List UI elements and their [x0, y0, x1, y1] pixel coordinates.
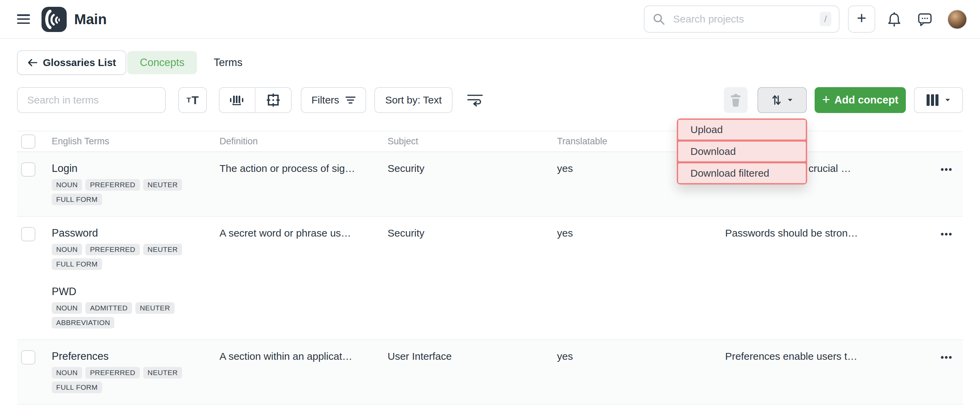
row-checkbox-cell — [17, 349, 52, 365]
badge-line: ABBREVIATION — [52, 314, 220, 328]
table-row: PreferencesNOUNPREFERREDNEUTERFULL FORMA… — [17, 340, 963, 405]
term-block: PreferencesNOUNPREFERREDNEUTERFULL FORM — [52, 349, 220, 393]
term-badge: NOUN — [52, 244, 82, 255]
badge-line: FULL FORM — [52, 379, 220, 393]
page-title: Main — [74, 0, 107, 39]
header-definition: Definition — [220, 136, 388, 147]
row-checkbox-cell — [17, 161, 52, 177]
tab-concepts[interactable]: Concepts — [127, 51, 197, 74]
row-checkbox[interactable] — [21, 163, 35, 177]
plus-icon: + — [822, 92, 830, 108]
actions-cell: ••• — [940, 226, 963, 242]
badge-line: FULL FORM — [52, 255, 220, 270]
note-cell: Passwords should be stron… — [725, 226, 926, 241]
project-search: / — [644, 5, 840, 33]
term-badge: PREFERRED — [86, 244, 140, 255]
add-concept-button[interactable]: + Add concept — [815, 87, 906, 113]
search-mode-group — [219, 87, 292, 113]
crowdin-logo[interactable] — [41, 7, 67, 32]
term-badge: FULL FORM — [52, 194, 102, 205]
term-name[interactable]: Preferences — [52, 349, 220, 364]
columns-settings-button[interactable] — [914, 87, 963, 113]
terms-cell: PreferencesNOUNPREFERREDNEUTERFULL FORM — [52, 349, 220, 393]
definition-cell: A section within an applicat… — [220, 349, 388, 364]
sort-label: Sort by: Text — [385, 94, 442, 106]
filters-label: Filters — [311, 94, 339, 106]
notifications-button[interactable] — [887, 0, 902, 39]
upload-download-dropdown-button[interactable] — [757, 87, 807, 113]
chat-icon — [917, 12, 932, 27]
term-badge: NEUTER — [143, 244, 182, 255]
up-down-arrows-icon — [772, 94, 781, 106]
badge-line: FULL FORM — [52, 191, 220, 205]
more-options-icon[interactable]: ••• — [940, 164, 953, 175]
search-projects-input[interactable] — [644, 5, 840, 33]
row-checkbox[interactable] — [21, 350, 35, 365]
trash-icon — [730, 93, 742, 107]
badge-line: NOUNPREFERREDNEUTER — [52, 364, 220, 379]
tab-terms[interactable]: Terms — [213, 51, 243, 74]
header-subject: Subject — [388, 136, 557, 147]
wrap-text-button[interactable] — [467, 93, 483, 107]
columns-icon — [927, 94, 939, 106]
search-in-terms-input[interactable] — [18, 88, 165, 112]
filter-icon — [345, 96, 356, 104]
term-badge: FULL FORM — [52, 258, 102, 270]
term-badge: NEUTER — [135, 302, 175, 314]
term-badge: NEUTER — [143, 179, 182, 191]
term-block: LoginNOUNPREFERREDNEUTERFULL FORM — [52, 161, 220, 205]
back-arrow-icon — [27, 59, 37, 67]
term-badge: NEUTER — [143, 367, 182, 379]
upload-download-menu: UploadDownloadDownload filtered — [677, 118, 807, 185]
more-options-icon[interactable]: ••• — [940, 229, 953, 239]
hamburger-menu-icon[interactable] — [17, 14, 30, 24]
bell-icon — [887, 11, 902, 27]
create-new-button[interactable]: + — [848, 5, 875, 33]
row-checkbox-cell — [17, 226, 52, 241]
filters-button[interactable]: Filters — [301, 87, 366, 113]
term-block: PasswordNOUNPREFERREDNEUTERFULL FORM — [52, 226, 220, 270]
search-icon — [653, 13, 665, 25]
term-name[interactable]: Login — [52, 161, 220, 176]
whole-word-button[interactable] — [220, 88, 255, 112]
table-body: LoginNOUNPREFERREDNEUTERFULL FORMThe act… — [17, 152, 963, 405]
term-badge: PREFERRED — [86, 179, 140, 191]
more-options-icon[interactable]: ••• — [940, 352, 953, 363]
definition-cell: The action or process of sig… — [220, 161, 388, 176]
term-badge: NOUN — [52, 179, 82, 191]
term-badge: NOUN — [52, 302, 82, 314]
term-badge: PREFERRED — [86, 367, 140, 379]
user-avatar[interactable] — [947, 10, 967, 29]
messages-button[interactable] — [917, 0, 932, 39]
badge-line: NOUNPREFERREDNEUTER — [52, 241, 220, 255]
row-checkbox[interactable] — [21, 227, 35, 241]
subject-cell: Security — [388, 226, 557, 241]
menu-item-upload[interactable]: Upload — [678, 120, 806, 140]
delete-button[interactable] — [724, 87, 748, 113]
translatable-cell: yes — [557, 226, 725, 241]
note-cell: Preferences enable users t… — [725, 349, 926, 364]
back-to-glossaries-button[interactable]: Glossaries List — [17, 50, 126, 75]
term-badge: ADMITTED — [86, 302, 132, 314]
chevron-down-icon — [788, 98, 793, 102]
actions-cell: ••• — [940, 349, 963, 365]
header-cell-checkbox — [17, 134, 52, 149]
header-english-terms: English Terms — [52, 136, 220, 147]
term-block: PWDNOUNADMITTEDNEUTERABBREVIATION — [52, 284, 220, 328]
term-name[interactable]: PWD — [52, 284, 220, 299]
badge-line: NOUNADMITTEDNEUTER — [52, 299, 220, 314]
menu-item-download[interactable]: Download — [678, 142, 806, 161]
case-sensitive-button[interactable]: TT — [178, 87, 207, 113]
search-shortcut-key: / — [820, 12, 831, 26]
terms-cell: LoginNOUNPREFERREDNEUTERFULL FORM — [52, 161, 220, 205]
select-all-checkbox[interactable] — [21, 134, 35, 149]
term-badge: ABBREVIATION — [52, 317, 115, 328]
terms-search — [17, 87, 166, 113]
menu-item-download-filtered[interactable]: Download filtered — [678, 163, 806, 183]
term-name[interactable]: Password — [52, 226, 220, 241]
sort-by-button[interactable]: Sort by: Text — [374, 87, 453, 113]
subject-cell: Security — [388, 161, 557, 176]
actions-cell: ••• — [940, 161, 963, 177]
exact-match-button[interactable] — [256, 88, 291, 112]
top-bar: Main / + — [0, 0, 980, 39]
